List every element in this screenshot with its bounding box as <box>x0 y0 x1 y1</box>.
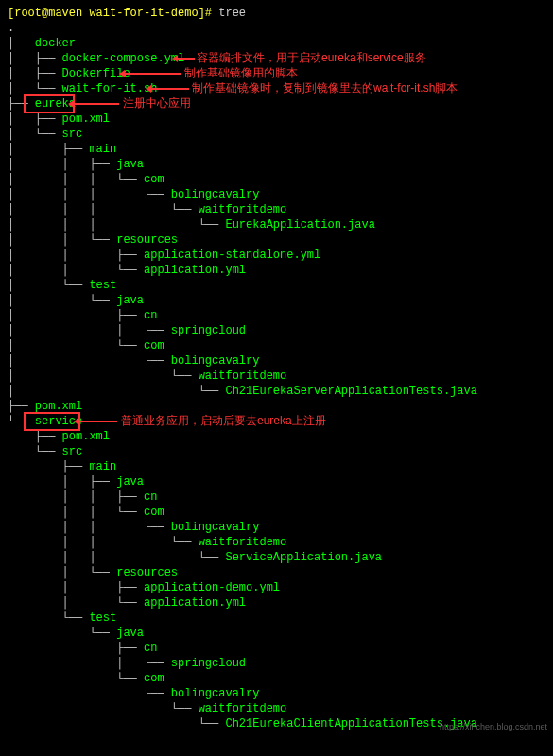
prompt-line: [root@maven wait-for-it-demo]# tree <box>8 6 545 21</box>
tree-row: │ └── waitforitdemo <box>8 369 545 384</box>
annotation-arrow <box>178 58 195 60</box>
tree-row: ├── cn <box>8 641 545 656</box>
tree-row: │ │ └── application.yml <box>8 263 545 278</box>
dir-resources: resources <box>116 566 178 579</box>
dir-main: main <box>89 143 116 156</box>
tree-row: ├── pom.xml <box>8 429 545 444</box>
tree-row: └── test <box>8 610 545 626</box>
tree-row: │ │ └── com <box>8 505 545 520</box>
tree-row: │ │ │ └── com <box>8 172 545 187</box>
annotation-arrow <box>151 88 189 90</box>
tree-row: │ │ └── ServiceApplication.java <box>8 550 545 565</box>
tree-row: │ ├── cn <box>8 308 545 323</box>
prompt: [root@maven wait-for-it-demo]# <box>8 7 218 20</box>
dir-springcloud: springcloud <box>171 657 246 670</box>
tree-row: └── java <box>8 626 545 641</box>
dir-waitforitdemo: waitforitdemo <box>199 702 287 715</box>
tree-row: │ └── springcloud <box>8 656 545 671</box>
file-eureka-tests: Ch21EurekaServerApplicationTests.java <box>225 385 476 398</box>
dir-java: java <box>116 158 144 171</box>
file-docker-compose: docker-compose.yml <box>62 52 185 65</box>
tree-row: │ │ └── resources <box>8 232 545 248</box>
dir-src: src <box>62 128 83 141</box>
tree-row: ├── pom.xml <box>8 399 545 414</box>
dir-springcloud: springcloud <box>171 324 246 337</box>
tree-root-dot: . <box>8 21 545 36</box>
file-pom: pom.xml <box>35 400 82 413</box>
annotation-arrow <box>79 421 117 422</box>
dir-bolingcavalry: bolingcavalry <box>171 521 260 534</box>
tree-row: ├── docker <box>8 36 545 51</box>
annotation-service: 普通业务应用，启动后要去eureka上注册 <box>121 413 326 428</box>
dir-cn: cn <box>144 490 157 504</box>
dir-cn: cn <box>144 309 157 322</box>
tree-row: │ └── Ch21EurekaServerApplicationTests.j… <box>8 384 545 399</box>
dir-main: main <box>89 460 116 473</box>
dir-waitforitdemo: waitforitdemo <box>199 203 287 216</box>
tree-row: │ └── application.yml <box>8 595 545 610</box>
dir-test: test <box>89 611 116 625</box>
annotation-compose: 容器编排文件，用于启动eureka和service服务 <box>197 50 426 65</box>
file-pom: pom.xml <box>62 112 110 126</box>
tree-row: │ └── test <box>8 278 545 293</box>
tree-row: │ │ │ └── bolingcavalry <box>8 187 545 202</box>
dir-java: java <box>116 475 144 489</box>
watermark: https://xinchen.blog.csdn.net <box>440 719 547 734</box>
tree-row: │ │ └── bolingcavalry <box>8 520 545 535</box>
dir-java: java <box>116 627 144 640</box>
dir-com: com <box>144 339 164 352</box>
file-app-yml: application.yml <box>144 264 246 277</box>
dir-com: com <box>144 506 164 519</box>
dir-java: java <box>116 294 144 307</box>
file-service-app: ServiceApplication.java <box>225 551 382 564</box>
tree-row: ├── main <box>8 459 545 474</box>
tree-row: │ ├── pom.xml <box>8 112 545 127</box>
dir-waitforitdemo: waitforitdemo <box>199 536 287 549</box>
file-pom: pom.xml <box>62 430 110 443</box>
file-app-demo: application-demo.yml <box>144 581 280 594</box>
tree-row: │ ├── java <box>8 474 545 490</box>
file-eureka-app: EurekaApplication.java <box>225 218 374 232</box>
tree-row: │ └── bolingcavalry <box>8 353 545 369</box>
tree-row: │ │ │ └── EurekaApplication.java <box>8 217 545 232</box>
annotation-wait-for-it: 制作基础镜像时，复制到镜像里去的wait-for-it.sh脚本 <box>192 80 458 95</box>
tree-row: └── com <box>8 671 545 686</box>
file-app-yml: application.yml <box>144 596 246 610</box>
tree-row: │ └── java <box>8 293 545 308</box>
dir-src: src <box>62 445 83 458</box>
dir-docker: docker <box>35 37 76 50</box>
file-app-standalone: application-standalone.yml <box>144 249 320 262</box>
dir-resources: resources <box>116 233 178 247</box>
tree-row: │ └── resources <box>8 565 545 580</box>
tree-row: │ ├── main <box>8 142 545 157</box>
annotation-arrow <box>125 73 181 75</box>
dir-bolingcavalry: bolingcavalry <box>171 687 260 700</box>
annotation-arrow <box>74 103 119 105</box>
tree-row: └── bolingcavalry <box>8 686 545 701</box>
dir-test: test <box>89 279 116 292</box>
tree-row: │ │ ├── cn <box>8 490 545 505</box>
tree-row: │ └── src <box>8 127 545 142</box>
dir-com: com <box>144 173 164 186</box>
tree-row: │ ├── application-demo.yml <box>8 580 545 595</box>
tree-row: └── waitforitdemo <box>8 701 545 716</box>
annotation-eureka: 注册中心应用 <box>123 95 191 111</box>
tree-row: │ └── com <box>8 338 545 353</box>
tree-row: │ │ └── waitforitdemo <box>8 535 545 550</box>
tree-row: │ │ ├── application-standalone.yml <box>8 248 545 263</box>
dir-com: com <box>144 672 164 685</box>
dir-bolingcavalry: bolingcavalry <box>171 188 260 201</box>
dir-bolingcavalry: bolingcavalry <box>171 354 260 368</box>
dir-waitforitdemo: waitforitdemo <box>199 369 287 383</box>
tree-row: │ │ ├── java <box>8 157 545 172</box>
tree-row: └── src <box>8 444 545 459</box>
dir-cn: cn <box>144 642 157 655</box>
tree-row: │ │ │ └── waitforitdemo <box>8 202 545 217</box>
command: tree <box>218 7 246 20</box>
file-wait-for-it: wait-for-it.sh <box>62 82 158 95</box>
annotation-dockerfile: 制作基础镜像用的脚本 <box>184 65 298 80</box>
tree-row: │ │ └── springcloud <box>8 323 545 338</box>
